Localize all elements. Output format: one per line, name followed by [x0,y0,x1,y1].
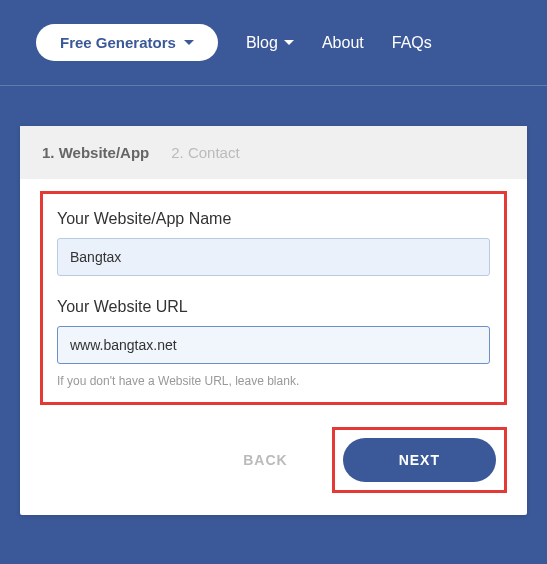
name-label: Your Website/App Name [57,210,490,228]
nav-blog-label: Blog [246,34,278,52]
url-label: Your Website URL [57,298,490,316]
back-button[interactable]: BACK [219,440,311,480]
free-generators-label: Free Generators [60,34,176,51]
next-button[interactable]: NEXT [343,438,496,482]
caret-down-icon [184,40,194,45]
wizard-steps: 1. Website/App 2. Contact [20,126,527,179]
url-helper: If you don't have a Website URL, leave b… [57,374,490,388]
website-name-input[interactable] [57,238,490,276]
form-body: Your Website/App Name Your Website URL I… [20,179,527,409]
nav-blog[interactable]: Blog [246,34,294,52]
next-highlight: NEXT [332,427,507,493]
nav-faqs[interactable]: FAQs [392,34,432,52]
wizard-footer: BACK NEXT [20,409,527,515]
wizard-card: 1. Website/App 2. Contact Your Website/A… [20,126,527,515]
form-highlight: Your Website/App Name Your Website URL I… [40,191,507,405]
nav-about[interactable]: About [322,34,364,52]
website-url-input[interactable] [57,326,490,364]
free-generators-dropdown[interactable]: Free Generators [36,24,218,61]
caret-down-icon [284,40,294,45]
step-website-app[interactable]: 1. Website/App [42,144,149,161]
top-nav: Free Generators Blog About FAQs [0,0,547,86]
step-contact[interactable]: 2. Contact [171,144,239,161]
